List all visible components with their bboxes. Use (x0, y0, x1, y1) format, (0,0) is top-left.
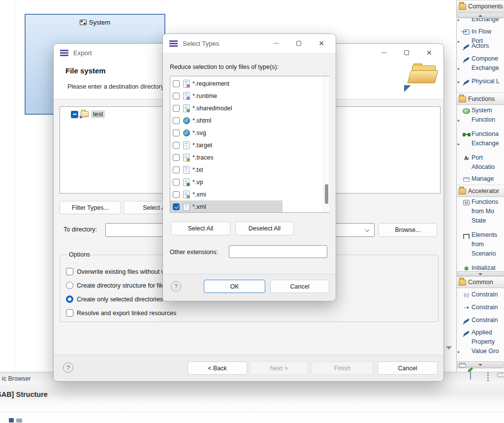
option-resolve-linked[interactable]: Resolve and export linked resources (66, 309, 176, 317)
vertical-dots-icon[interactable] (487, 372, 489, 374)
manage-icon (462, 175, 471, 183)
palette-item-functiona-exchange[interactable]: ▸Functiona Exchange (457, 130, 504, 148)
palette-section-components[interactable]: Components (457, 0, 504, 12)
file-type-label: *.vp (192, 179, 203, 186)
file-type-row-sharedmodel[interactable]: *.sharedmodel (170, 102, 329, 114)
minimize-button[interactable] (265, 34, 287, 53)
back-button[interactable]: < Back (188, 361, 247, 375)
palette-item-actors[interactable]: Actors (457, 41, 504, 51)
checkbox[interactable] (173, 117, 180, 124)
palette-item-label: Port Allocatio (472, 153, 495, 172)
cancel-button[interactable]: Cancel (378, 361, 438, 375)
section-label: Functions (468, 96, 495, 102)
minimize-button[interactable] (373, 44, 395, 62)
window-edit-icon[interactable] (470, 371, 471, 380)
checkbox[interactable] (173, 154, 180, 161)
scroll-arrow-icon (478, 273, 482, 275)
option-label: Resolve and export linked resources (77, 310, 176, 317)
to-directory-label: To directory: (63, 226, 97, 233)
palette-item-compone-exchange[interactable]: ▸Compone Exchange (457, 54, 504, 73)
radio-button-selected[interactable] (66, 295, 73, 303)
checkbox[interactable] (173, 166, 180, 173)
select-types-titlebar[interactable]: Select Types (163, 34, 336, 53)
file-type-row-traces[interactable]: *.traces (170, 151, 329, 163)
palette-section-common[interactable]: Common (457, 276, 504, 288)
palette-item-physical-l[interactable]: ▸Physical L (457, 77, 504, 86)
list-scrollbar[interactable] (323, 76, 329, 212)
option-label: Create only selected directories (77, 296, 163, 303)
checkbox[interactable] (173, 191, 180, 198)
cancel-button[interactable]: Cancel (270, 280, 329, 293)
canvas-scroll-down-icon[interactable] (446, 346, 452, 350)
file-type-row-txt[interactable]: *.txt (170, 163, 329, 176)
help-icon[interactable] (63, 362, 73, 373)
checkbox[interactable] (173, 80, 180, 87)
toolbar-icon-fragment[interactable] (9, 418, 14, 423)
option-create-structure[interactable]: Create directory structure for files (66, 282, 168, 289)
palette-item-system-function[interactable]: ▸System Function (457, 106, 504, 125)
web-file-icon (183, 129, 189, 136)
palette-item-functions-from-mo-state[interactable]: MFunctions from Mo State (457, 197, 504, 226)
palette-scroll-up[interactable] (457, 13, 504, 18)
minimize-pill-icon[interactable] (497, 373, 504, 377)
checkbox[interactable] (66, 268, 73, 275)
file-type-row-xml[interactable]: *.xml (170, 200, 329, 213)
palette-section-functions[interactable]: Functions (457, 93, 504, 105)
other-extensions-input[interactable] (229, 245, 327, 258)
toolbar-icon-fragment[interactable] (16, 419, 22, 423)
option-selected-dirs[interactable]: Create only selected directories (66, 295, 163, 303)
file-type-row-requirement[interactable]: *.requirement (170, 77, 329, 90)
file-type-label: *.txt (192, 166, 203, 173)
divider (0, 412, 504, 412)
palette-item-label: Constrain (472, 316, 498, 325)
file-type-label: *.requirement (192, 80, 229, 87)
browse-button[interactable]: Browse... (378, 223, 437, 237)
file-type-row-target[interactable]: *.target (170, 139, 329, 151)
checkbox[interactable] (173, 179, 180, 186)
palette-item-applied-property-value-gro[interactable]: ▸Applied Property Value Gro (457, 328, 504, 356)
help-icon[interactable] (171, 281, 181, 292)
close-button[interactable] (418, 44, 441, 62)
checkbox[interactable] (173, 105, 180, 112)
ok-button[interactable]: OK (204, 280, 265, 293)
palette-item-label: Functions from Mo State (472, 197, 498, 226)
palette-item-constrain[interactable]: ⇢Constrain (457, 303, 504, 312)
checkbox-indeterminate[interactable] (71, 111, 78, 118)
quill-icon (462, 42, 471, 50)
file-type-row-runtime[interactable]: *.runtime (170, 90, 329, 102)
palette-item-elements-from-scenario[interactable]: Elements from Scenario (457, 230, 504, 259)
checkbox[interactable] (173, 93, 180, 99)
palette-scroll-down-main[interactable] (457, 361, 504, 368)
web-file-icon (183, 117, 189, 124)
palette-item-manage[interactable]: Manage (457, 174, 504, 184)
palette-item-constrain[interactable]: Constrain (457, 316, 504, 325)
tab-semantic-browser[interactable]: ic Browser (2, 375, 31, 382)
file-type-list[interactable]: *.requirement*.runtime*.sharedmodel*.sht… (170, 76, 329, 213)
palette-item-port-allocatio[interactable]: A›Port Allocatio (457, 153, 504, 172)
palette-item-label: Compone Exchange (472, 54, 499, 73)
select-all-button[interactable]: Select All (171, 222, 230, 235)
sab-structure-title: SAB] Structure (0, 390, 48, 398)
radio-button[interactable] (66, 282, 73, 289)
palette-section-accelerator[interactable]: Accelerator (457, 185, 504, 197)
palette-item-label: Constrain (472, 290, 498, 299)
palette-scroll-down[interactable] (457, 271, 504, 277)
close-button[interactable] (310, 34, 333, 53)
file-type-row-xmi[interactable]: *.xmi (170, 188, 329, 200)
option-label: Create directory structure for files (77, 282, 168, 289)
checkbox[interactable] (66, 309, 73, 317)
file-type-row-svg[interactable]: *.svg (170, 127, 329, 139)
checkbox[interactable] (173, 142, 180, 149)
filter-types-button[interactable]: Filter Types... (60, 201, 121, 214)
maximize-button[interactable] (395, 44, 418, 62)
checkbox[interactable] (173, 203, 180, 210)
scrollbar-thumb[interactable] (325, 184, 328, 204)
palette-item-constrain[interactable]: (c)Constrain (457, 290, 504, 299)
file-type-row-vp[interactable]: *.vp (170, 176, 329, 188)
checkbox[interactable] (173, 130, 180, 136)
chevron-down-icon[interactable] (365, 228, 369, 232)
maximize-button[interactable] (287, 34, 310, 53)
file-type-row-shtml[interactable]: *.shtml (170, 114, 329, 127)
deselect-all-button[interactable]: Deselect All (235, 222, 294, 235)
tree-item-label[interactable]: test (91, 110, 105, 118)
